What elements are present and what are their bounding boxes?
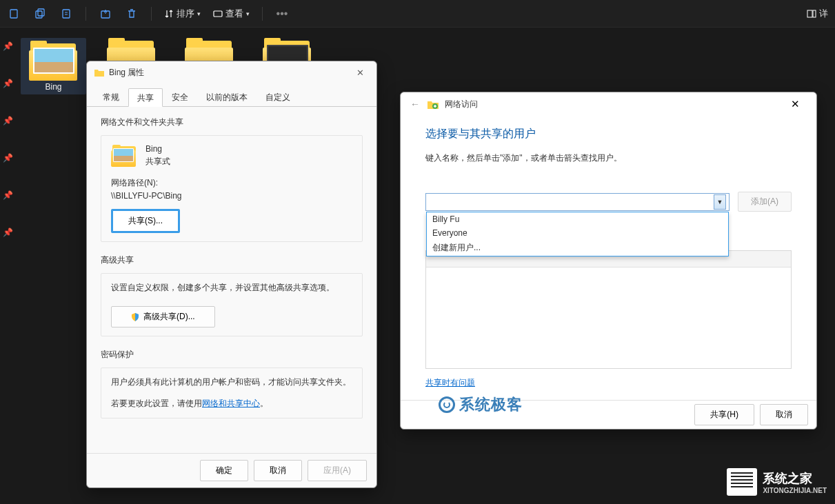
explorer-toolbar: 排序 ▾ 查看 ▾ ••• 详	[0, 0, 835, 28]
close-button[interactable]: ✕	[784, 94, 807, 114]
details-label: 详	[819, 8, 828, 20]
add-button[interactable]: 添加(A)	[738, 192, 792, 212]
user-input[interactable]	[429, 194, 714, 210]
tab-sharing[interactable]: 共享	[128, 88, 163, 107]
dialog-titlebar: Bing 属性 ✕	[87, 61, 376, 83]
tab-strip: 常规 共享 安全 以前的版本 自定义	[87, 88, 376, 107]
sort-label: 排序	[177, 8, 194, 20]
cut-icon[interactable]	[7, 7, 21, 21]
delete-icon[interactable]	[125, 7, 139, 21]
path-value: \\BILLYFU-PC\Bing	[111, 191, 352, 201]
dropdown-item[interactable]: Everyone	[427, 226, 728, 240]
folder-icon	[29, 41, 79, 79]
svg-rect-2	[38, 9, 44, 16]
svg-rect-6	[807, 10, 812, 17]
chevron-down-icon[interactable]: ▼	[714, 194, 726, 210]
pin-icon[interactable]: 📌	[0, 177, 14, 214]
dropdown-item[interactable]: Billy Fu	[427, 212, 728, 226]
network-access-dialog: ← 网络访问 ✕ 选择要与其共享的用户 键入名称，然后单击"添加"，或者单击箭头…	[400, 92, 817, 430]
cancel-button[interactable]: 取消	[760, 404, 808, 425]
sort-button[interactable]: 排序 ▾	[164, 8, 201, 20]
user-list[interactable]	[425, 250, 792, 369]
close-button[interactable]: ✕	[351, 65, 370, 81]
pin-icon[interactable]: 📌	[0, 139, 14, 177]
share-help-link[interactable]: 共享时有问题	[425, 377, 475, 389]
folder-label: Bing	[45, 82, 61, 92]
path-label: 网络路径(N):	[111, 177, 352, 189]
paste-icon[interactable]	[59, 7, 73, 21]
tab-security[interactable]: 安全	[163, 88, 197, 106]
dialog-title: Bing 属性	[109, 67, 144, 79]
svg-rect-7	[813, 10, 816, 17]
tab-customize[interactable]: 自定义	[256, 88, 299, 106]
logo-icon	[727, 468, 757, 496]
section-heading: 密码保护	[101, 349, 363, 361]
shield-icon	[131, 313, 139, 321]
svg-rect-5	[214, 11, 222, 17]
user-combobox[interactable]: ▼ Billy Fu Everyone 创建新用户...	[425, 193, 730, 211]
share-hint: 键入名称，然后单击"添加"，或者单击箭头查找用户。	[425, 152, 792, 164]
overflow-icon[interactable]: •••	[275, 7, 289, 21]
copy-icon[interactable]	[33, 7, 47, 21]
pin-icon[interactable]: 📌	[0, 214, 14, 251]
dialog-title: 网络访问	[445, 99, 478, 110]
cancel-button[interactable]: 取消	[254, 460, 302, 481]
section-desc: 设置自定义权限，创建多个共享，并设置其他高级共享选项。	[111, 282, 352, 294]
section-text: 用户必须具有此计算机的用户帐户和密码，才能访问共享文件夹。	[111, 376, 352, 388]
share-confirm-button[interactable]: 共享(H)	[694, 404, 754, 425]
view-button[interactable]: 查看 ▾	[213, 8, 250, 20]
network-center-link[interactable]: 网络和共享中心	[202, 399, 260, 408]
watermark: 系统极客	[439, 394, 523, 415]
share-icon[interactable]	[99, 7, 112, 21]
share-status: 共享式	[145, 156, 170, 168]
svg-rect-1	[36, 11, 42, 18]
tab-general[interactable]: 常规	[94, 88, 128, 106]
folder-name: Bing	[145, 144, 170, 154]
dialog-titlebar: ← 网络访问 ✕	[401, 92, 816, 116]
user-dropdown: Billy Fu Everyone 创建新用户...	[426, 212, 729, 256]
folder-item-bing[interactable]: Bing	[21, 38, 86, 94]
pin-icon[interactable]: 📌	[0, 102, 14, 139]
folder-icon	[94, 67, 105, 78]
section-heading: 高级共享	[101, 254, 363, 266]
details-button[interactable]: 详	[807, 8, 828, 20]
advanced-share-button[interactable]: 高级共享(D)...	[111, 306, 215, 327]
pin-icon[interactable]: 📌	[0, 65, 14, 102]
dropdown-item[interactable]: 创建新用户...	[427, 240, 728, 256]
share-button[interactable]: 共享(S)...	[111, 209, 180, 233]
section-heading: 网络文件和文件夹共享	[101, 117, 363, 128]
svg-rect-3	[63, 10, 70, 18]
watermark: 系统之家 XITONGZHIJIA.NET	[727, 468, 827, 496]
folder-share-icon	[427, 98, 439, 110]
properties-dialog: Bing 属性 ✕ 常规 共享 安全 以前的版本 自定义 网络文件和文件夹共享 …	[86, 61, 377, 488]
svg-rect-0	[10, 10, 17, 18]
share-heading: 选择要与其共享的用户	[425, 127, 792, 141]
back-button[interactable]: ←	[410, 99, 420, 110]
tab-previous-versions[interactable]: 以前的版本	[197, 88, 256, 106]
logo-icon	[439, 396, 455, 413]
apply-button[interactable]: 应用(A)	[308, 460, 367, 481]
adv-share-label: 高级共享(D)...	[143, 311, 195, 323]
pin-icon[interactable]: 📌	[0, 28, 14, 65]
nav-sidebar: 📌 📌 📌 📌 📌 📌	[0, 28, 14, 504]
view-label: 查看	[225, 8, 243, 20]
section-text: 若要更改此设置，请使用网络和共享中心。	[111, 398, 352, 410]
folder-icon	[111, 145, 137, 167]
ok-button[interactable]: 确定	[200, 460, 248, 481]
